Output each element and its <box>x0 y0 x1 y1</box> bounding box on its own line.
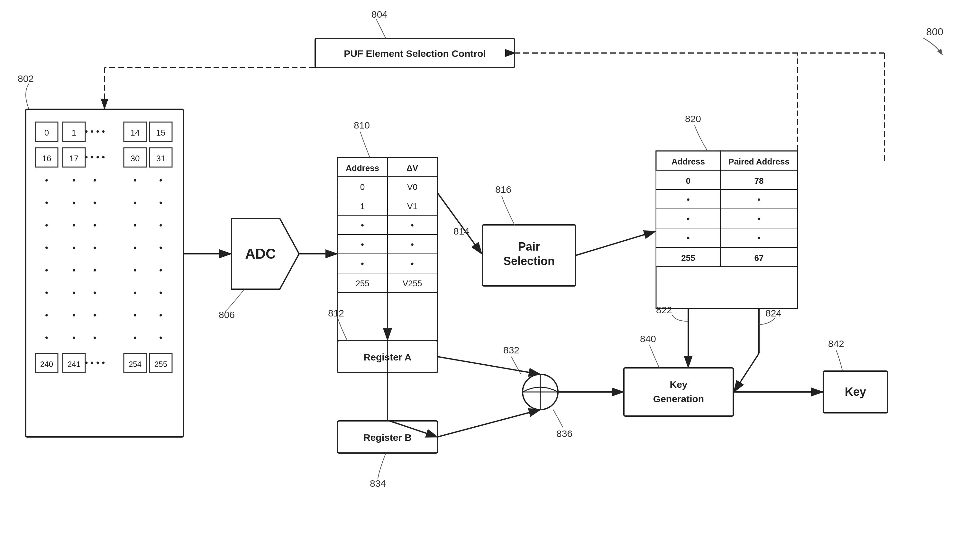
svg-text:15: 15 <box>156 128 166 137</box>
register-b-text: Register B <box>363 432 412 443</box>
svg-text:16: 16 <box>42 154 51 163</box>
svg-text:•: • <box>45 287 48 297</box>
svg-text:•: • <box>93 287 96 297</box>
svg-text:•: • <box>686 194 690 204</box>
label-812: 812 <box>328 308 344 319</box>
svg-text:•: • <box>45 310 48 320</box>
key-text: Key <box>845 385 866 398</box>
svg-text:•: • <box>45 220 48 230</box>
svg-text:78: 78 <box>754 176 764 186</box>
svg-text:•: • <box>133 332 137 342</box>
svg-text:•: • <box>133 243 137 253</box>
svg-text:0: 0 <box>45 128 49 137</box>
svg-text:0: 0 <box>360 182 365 192</box>
diagram-container: 800 802 0 1 • • • • 14 15 16 17 • • • • … <box>0 0 968 560</box>
label-840: 840 <box>640 334 656 344</box>
svg-text:•: • <box>45 265 48 275</box>
svg-text:14: 14 <box>131 128 140 137</box>
svg-text:•: • <box>72 198 76 208</box>
svg-text:67: 67 <box>754 253 764 263</box>
svg-text:•: • <box>686 233 690 243</box>
svg-text:•: • <box>757 194 761 204</box>
key-gen-box <box>624 368 733 416</box>
svg-text:•: • <box>133 175 137 185</box>
svg-text:•: • <box>159 265 162 275</box>
svg-text:•: • <box>411 220 414 230</box>
svg-text:•: • <box>72 175 76 185</box>
label-836: 836 <box>556 428 572 439</box>
label-822: 822 <box>656 305 672 315</box>
svg-line-125 <box>438 193 482 254</box>
label-832: 832 <box>503 345 519 355</box>
svg-text:• • • •: • • • • <box>85 358 105 368</box>
label-842: 842 <box>828 338 844 349</box>
pair-selection-text2: Selection <box>503 254 555 268</box>
svg-text:•: • <box>159 287 162 297</box>
svg-text:•: • <box>159 310 162 320</box>
svg-text:•: • <box>45 243 48 253</box>
svg-text:•: • <box>72 265 76 275</box>
svg-text:•: • <box>93 332 96 342</box>
svg-text:• • • •: • • • • <box>85 126 105 136</box>
svg-text:254: 254 <box>129 360 141 368</box>
svg-text:•: • <box>686 214 690 224</box>
svg-text:•: • <box>93 175 96 185</box>
svg-text:255: 255 <box>154 360 167 368</box>
label-814: 814 <box>453 226 469 236</box>
key-gen-text1: Key <box>670 379 687 390</box>
label-816: 816 <box>495 184 511 195</box>
pair-selection-text1: Pair <box>518 240 540 253</box>
svg-text:1: 1 <box>72 128 76 137</box>
svg-text:0: 0 <box>686 176 690 186</box>
svg-text:•: • <box>72 310 76 320</box>
svg-text:Address: Address <box>671 157 705 167</box>
label-810: 810 <box>354 120 370 131</box>
svg-text:•: • <box>45 332 48 342</box>
label-804: 804 <box>371 9 388 20</box>
svg-text:•: • <box>361 259 364 269</box>
svg-text:•: • <box>757 233 761 243</box>
svg-text:1: 1 <box>360 202 365 211</box>
svg-text:Paired Address: Paired Address <box>728 157 789 167</box>
svg-text:•: • <box>93 198 96 208</box>
key-gen-text2: Generation <box>653 393 704 404</box>
label-806: 806 <box>219 309 235 320</box>
svg-text:•: • <box>361 220 364 230</box>
svg-text:17: 17 <box>70 154 79 163</box>
svg-text:•: • <box>159 198 162 208</box>
svg-text:•: • <box>93 310 96 320</box>
puf-control-text: PUF Element Selection Control <box>344 48 486 59</box>
svg-text:•: • <box>159 332 162 342</box>
svg-text:•: • <box>757 214 761 224</box>
svg-text:•: • <box>159 220 162 230</box>
svg-text:•: • <box>133 265 137 275</box>
svg-line-128 <box>438 357 540 374</box>
label-820: 820 <box>685 113 701 124</box>
svg-text:• • • •: • • • • <box>85 152 105 162</box>
svg-text:•: • <box>361 240 364 249</box>
svg-text:255: 255 <box>681 253 695 263</box>
svg-text:30: 30 <box>131 154 140 163</box>
svg-text:•: • <box>72 332 76 342</box>
svg-text:•: • <box>93 243 96 253</box>
svg-text:•: • <box>133 310 137 320</box>
svg-text:V0: V0 <box>407 182 418 192</box>
svg-text:•: • <box>72 220 76 230</box>
svg-text:•: • <box>45 198 48 208</box>
svg-line-136 <box>734 354 759 392</box>
svg-text:•: • <box>72 243 76 253</box>
svg-text:•: • <box>72 287 76 297</box>
svg-text:V255: V255 <box>403 279 422 288</box>
svg-text:•: • <box>45 175 48 185</box>
diagram-svg: 800 802 0 1 • • • • 14 15 16 17 • • • • … <box>0 0 968 560</box>
svg-text:240: 240 <box>40 360 53 368</box>
svg-text:241: 241 <box>68 360 80 368</box>
svg-text:ΔV: ΔV <box>406 163 418 173</box>
label-834: 834 <box>370 478 386 489</box>
svg-text:•: • <box>133 198 137 208</box>
svg-text:•: • <box>93 220 96 230</box>
fig-number: 800 <box>926 26 943 38</box>
svg-text:V1: V1 <box>407 202 418 211</box>
svg-text:•: • <box>159 243 162 253</box>
svg-text:31: 31 <box>156 154 166 163</box>
